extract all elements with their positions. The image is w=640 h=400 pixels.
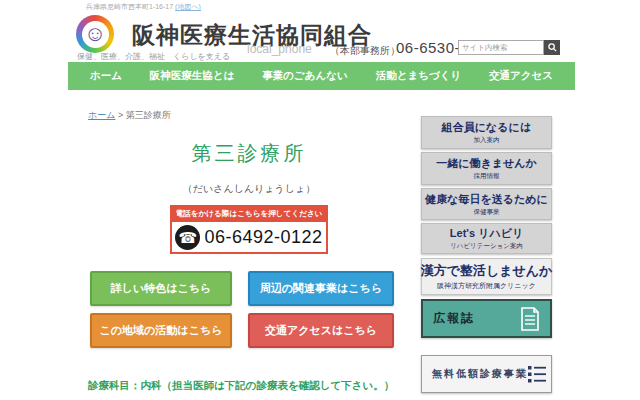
sidebar-item-membership[interactable]: 組合員になるには 加入案内: [421, 116, 552, 149]
search-input[interactable]: [458, 40, 544, 55]
nav-item-services[interactable]: 事業のごあんない: [262, 69, 347, 83]
list-icon: [528, 364, 546, 384]
sidebar-item-title: 一緒に働きませんか: [436, 156, 537, 171]
nav-item-about[interactable]: 阪神医療生協とは: [150, 69, 235, 83]
access-button[interactable]: 交通アクセスはこちら: [248, 313, 394, 348]
breadcrumb: ホーム > 第三診療所: [88, 109, 171, 122]
sidebar-item-title: 漢方で整活しませんか: [421, 262, 553, 280]
search-icon: [548, 43, 557, 52]
sidebar-item-free-lowcost-care[interactable]: 無料低額診療事業: [421, 355, 552, 393]
phone-box-body: ☎ 06-6492-0122: [172, 222, 326, 253]
header-address: 兵庫県尼崎市西本町1-16-17 (地図へ): [86, 2, 201, 12]
nav-item-access[interactable]: 交通アクセス: [489, 69, 553, 83]
broken-phone-icon-ligature: local_phone: [247, 42, 312, 56]
sidebar-item-subtitle: 採用情報: [474, 172, 500, 181]
site-tagline: 保健、医療、介護、福祉 くらしを支える: [77, 51, 230, 62]
nav-item-activities[interactable]: 活動とまちづくり: [376, 69, 461, 83]
site-search: [458, 40, 560, 55]
search-button[interactable]: [544, 40, 560, 55]
related-business-button[interactable]: 周辺の関連事業はこちら: [248, 271, 394, 306]
page: 兵庫県尼崎市西本町1-16-17 (地図へ) ☺ 阪神医療生活協同組合 保健、医…: [0, 0, 640, 400]
features-button[interactable]: 詳しい特色はこちら: [90, 271, 232, 306]
departments-note: 診療科目：内科（担当医師は下記の診療表を確認して下さい。）: [88, 379, 394, 393]
page-title: 第三診療所: [88, 140, 410, 167]
sidebar-item-rehabili[interactable]: Let's リハビリ リハビリテーション案内: [421, 223, 552, 254]
clinic-phone-number: 06-6492-0122: [204, 227, 322, 248]
main-content: 第三診療所 （だいさんしんりょうしょ）: [88, 140, 410, 196]
address-text: 兵庫県尼崎市西本町1-16-17: [86, 3, 173, 10]
sidebar-item-subtitle: リハビリテーション案内: [450, 242, 523, 251]
smiley-face-icon: ☺: [82, 21, 109, 48]
breadcrumb-current: 第三診療所: [126, 110, 171, 120]
nav-item-home[interactable]: ホーム: [90, 69, 122, 83]
office-label: （本部事務所）: [330, 44, 400, 58]
main-nav: ホーム 阪神医療生協とは 事業のごあんない 活動とまちづくり 交通アクセス: [68, 62, 575, 90]
breadcrumb-separator: >: [115, 110, 125, 120]
local-activities-button[interactable]: この地域の活動はこちら: [90, 313, 232, 348]
sidebar-item-subtitle: 阪神漢方研究所附属クリニック: [437, 281, 536, 291]
map-link[interactable]: (地図へ): [175, 3, 201, 10]
sidebar-item-health[interactable]: 健康な毎日を送るために 保健事業: [421, 188, 552, 220]
clinic-phone-box[interactable]: 電話をかける際はこちらを押してください ☎ 06-6492-0122: [170, 205, 328, 254]
sidebar-item-kampo[interactable]: 漢方で整活しませんか 阪神漢方研究所附属クリニック: [421, 258, 552, 295]
sidebar-item-subtitle: 加入案内: [474, 136, 500, 145]
document-icon: [520, 307, 540, 331]
sidebar-item-subtitle: 保健事業: [474, 208, 500, 217]
sidebar-item-recruit[interactable]: 一緒に働きませんか 採用情報: [421, 152, 552, 185]
sidebar-item-title: 無料低額診療事業: [432, 367, 528, 381]
sidebar-item-title: Let's リハビリ: [450, 226, 523, 241]
sidebar-item-title: 広報誌: [433, 310, 475, 327]
telephone-icon: ☎: [175, 225, 200, 250]
sidebar-item-newsletter[interactable]: 広報誌: [421, 299, 552, 338]
breadcrumb-home-link[interactable]: ホーム: [88, 110, 115, 120]
phone-box-instruction: 電話をかける際はこちらを押してください: [172, 207, 326, 222]
page-title-reading: （だいさんしんりょうしょ）: [88, 182, 410, 196]
rainbow-smiley-logo-icon[interactable]: ☺: [76, 15, 114, 53]
sidebar-item-title: 健康な毎日を送るために: [425, 192, 548, 207]
sidebar-item-title: 組合員になるには: [442, 120, 531, 135]
